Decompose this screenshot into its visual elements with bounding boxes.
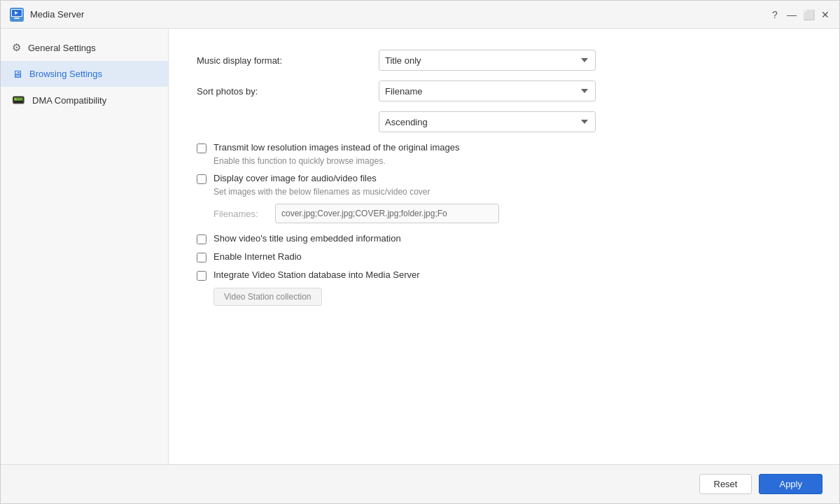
- integrate-video-station-label: Integrate Video Station database into Me…: [214, 270, 420, 280]
- restore-button[interactable]: ⬜: [803, 9, 814, 20]
- sidebar-label-general: General Settings: [28, 43, 96, 53]
- filenames-input[interactable]: [275, 204, 499, 223]
- app-icon: [9, 7, 24, 22]
- sidebar-item-general[interactable]: ⚙ General Settings: [1, 34, 168, 61]
- close-button[interactable]: ✕: [820, 9, 831, 20]
- help-button[interactable]: ?: [769, 9, 780, 20]
- enable-internet-radio-checkbox[interactable]: [197, 253, 206, 262]
- minimize-button[interactable]: —: [786, 9, 797, 20]
- window-controls: ? — ⬜ ✕: [769, 9, 831, 20]
- sort-photos-select[interactable]: Filename Date Name: [379, 80, 596, 102]
- transmit-low-res-checkbox[interactable]: [197, 144, 206, 153]
- integrate-video-station-row: Integrate Video Station database into Me…: [197, 270, 811, 281]
- sort-order-select[interactable]: Ascending Descending: [379, 111, 596, 132]
- sidebar-label-dma: DMA Compatibility: [32, 95, 106, 106]
- show-video-title-checkbox[interactable]: [197, 234, 206, 244]
- show-video-title-row: Show video's title using embedded inform…: [197, 233, 811, 244]
- sort-photos-row: Sort photos by: Filename Date Name: [197, 80, 811, 102]
- reset-button[interactable]: Reset: [699, 474, 752, 494]
- transmit-low-res-label: Transmit low resolution images instead o…: [214, 142, 459, 153]
- svg-rect-2: [14, 18, 20, 19]
- apply-button[interactable]: Apply: [759, 474, 822, 494]
- sidebar-label-browsing: Browsing Settings: [29, 69, 102, 79]
- display-cover-hint: Set images with the below filenames as m…: [214, 187, 811, 197]
- device-icon: 📟: [12, 94, 25, 106]
- sidebar-item-dma[interactable]: 📟 DMA Compatibility: [1, 87, 168, 113]
- enable-internet-radio-label: Enable Internet Radio: [214, 251, 302, 262]
- music-display-format-select[interactable]: Title only Title and Artist Full metadat…: [379, 50, 596, 71]
- music-display-format-row: Music display format: Title only Title a…: [197, 50, 811, 71]
- titlebar: Media Server ? — ⬜ ✕: [1, 1, 839, 29]
- video-station-collection-button[interactable]: Video Station collection: [214, 288, 322, 306]
- music-display-format-wrapper: Title only Title and Artist Full metadat…: [379, 50, 596, 71]
- integrate-video-station-checkbox[interactable]: [197, 271, 206, 281]
- content-area: Music display format: Title only Title a…: [169, 29, 839, 464]
- video-station-btn-wrapper: Video Station collection: [197, 288, 811, 306]
- show-video-title-label: Show video's title using embedded inform…: [214, 233, 401, 244]
- sidebar: ⚙ General Settings 🖥 Browsing Settings 📟…: [1, 29, 169, 464]
- bottom-bar: Reset Apply: [1, 464, 839, 503]
- music-display-format-label: Music display format:: [197, 55, 379, 66]
- sort-photos-label: Sort photos by:: [197, 86, 379, 97]
- gear-icon: ⚙: [12, 41, 21, 54]
- enable-internet-radio-row: Enable Internet Radio: [197, 251, 811, 262]
- transmit-low-res-row: Transmit low resolution images instead o…: [197, 142, 811, 153]
- app-title: Media Server: [30, 9, 84, 20]
- main-layout: ⚙ General Settings 🖥 Browsing Settings 📟…: [1, 29, 839, 464]
- sidebar-item-browsing[interactable]: 🖥 Browsing Settings: [1, 61, 168, 87]
- sort-order-row: Ascending Descending: [379, 111, 811, 132]
- filenames-label: Filenames:: [214, 209, 270, 219]
- transmit-low-res-hint: Enable this function to quickly browse i…: [214, 156, 811, 166]
- display-cover-row: Display cover image for audio/video file…: [197, 173, 811, 184]
- sort-order-wrapper: Ascending Descending: [379, 111, 811, 132]
- sort-photos-wrapper: Filename Date Name: [379, 80, 596, 102]
- display-cover-checkbox[interactable]: [197, 174, 206, 184]
- display-cover-label: Display cover image for audio/video file…: [214, 173, 377, 183]
- filenames-row: Filenames:: [214, 204, 811, 223]
- monitor-icon: 🖥: [12, 68, 22, 80]
